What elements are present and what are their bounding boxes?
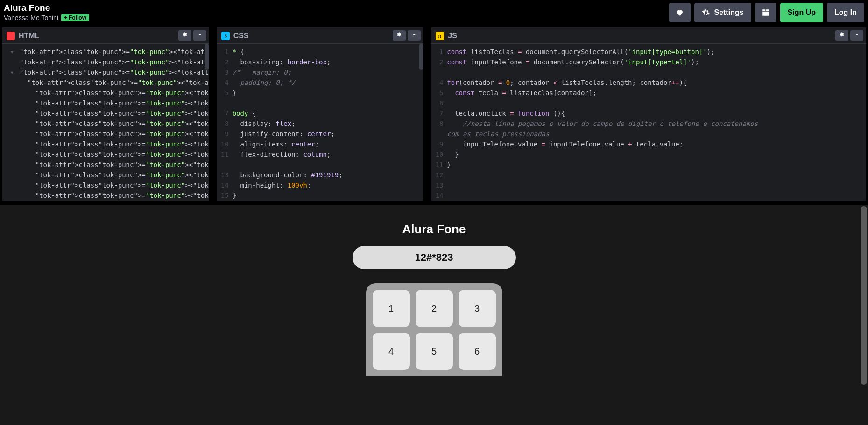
key-1[interactable]: 1 [373, 290, 410, 327]
header-left: Alura Fone Vanessa Me Tonini + Follow [4, 3, 89, 21]
chevron-down-icon [854, 32, 860, 39]
html-label: HTML [19, 32, 39, 40]
scrollbar-thumb[interactable] [419, 44, 423, 70]
scrollbar-thumb[interactable] [205, 44, 209, 70]
gutter-css: 12345 7891011 131415 [217, 47, 233, 201]
output-title: Alura Fone [402, 222, 466, 237]
author-name: Vanessa Me Tonini [4, 14, 58, 21]
gutter-html: ▾ ▾ [2, 47, 18, 201]
js-dropdown-button[interactable] [850, 30, 863, 41]
gutter-js: 12 45678 91011121314 [431, 47, 447, 201]
css-dropdown-button[interactable] [408, 30, 421, 41]
panel-css: CSS 12345 7891011 131415 * { box-sizing:… [217, 27, 424, 201]
editor-panels: HTML ▾ ▾ "tok-attr">class"tok-punc">="to… [0, 27, 868, 201]
html-settings-button[interactable] [178, 30, 191, 41]
layout-button[interactable] [755, 3, 776, 22]
html-dropdown-button[interactable] [193, 30, 206, 41]
settings-label: Settings [714, 8, 743, 17]
chevron-down-icon [411, 32, 417, 39]
top-header: Alura Fone Vanessa Me Tonini + Follow Se… [0, 0, 868, 27]
key-3[interactable]: 3 [459, 290, 496, 327]
panel-html: HTML ▾ ▾ "tok-attr">class"tok-punc">="to… [2, 27, 209, 201]
signup-button[interactable]: Sign Up [780, 3, 823, 22]
telephone-input[interactable] [353, 246, 516, 269]
gear-icon [702, 8, 710, 17]
login-label: Log In [834, 8, 857, 17]
login-button[interactable]: Log In [827, 3, 864, 22]
tab-html[interactable]: HTML [2, 27, 46, 43]
signup-label: Sign Up [788, 8, 816, 17]
css-label: CSS [233, 32, 249, 40]
panel-header-css: CSS [217, 27, 424, 44]
editor-html[interactable]: ▾ ▾ "tok-attr">class"tok-punc">="tok-pun… [2, 44, 209, 201]
svg-rect-2 [762, 12, 769, 16]
settings-button[interactable]: Settings [694, 3, 751, 22]
svg-text:( ): ( ) [438, 35, 441, 38]
panel-actions-js [835, 27, 866, 43]
keypad: 123456 [366, 283, 502, 376]
css-settings-button[interactable] [393, 30, 406, 41]
panel-js: ( ) JS 12 45678 91011121314 const listaT… [431, 27, 866, 201]
heart-icon [676, 8, 684, 17]
panel-actions-css [393, 27, 423, 43]
editor-css[interactable]: 12345 7891011 131415 * { box-sizing: bor… [217, 44, 424, 201]
output-preview: Alura Fone 123456 [0, 205, 868, 425]
editor-js[interactable]: 12 45678 91011121314 const listaTeclas =… [431, 44, 866, 201]
tab-js[interactable]: ( ) JS [431, 27, 464, 43]
heart-button[interactable] [669, 3, 691, 22]
js-settings-button[interactable] [835, 30, 848, 41]
code-css: * { box-sizing: border-box;/* margin: 0;… [233, 47, 424, 201]
chevron-down-icon [197, 32, 203, 39]
output-scrollbar-thumb[interactable] [861, 206, 867, 385]
key-2[interactable]: 2 [416, 290, 453, 327]
author-row: Vanessa Me Tonini + Follow [4, 14, 89, 21]
gear-icon [396, 32, 402, 39]
js-badge-icon: ( ) [436, 32, 444, 40]
panel-header-js: ( ) JS [431, 27, 866, 44]
tab-css[interactable]: CSS [217, 27, 255, 43]
gear-icon [839, 32, 845, 39]
svg-rect-1 [766, 9, 769, 11]
html-badge-icon [7, 32, 15, 40]
header-right: Settings Sign Up Log In [669, 3, 864, 22]
key-4[interactable]: 4 [373, 333, 410, 370]
code-js: const listaTeclas = document.querySelect… [447, 47, 866, 201]
css-badge-icon [221, 32, 230, 40]
follow-button[interactable]: + Follow [61, 14, 89, 21]
gear-icon [182, 32, 188, 39]
pen-title: Alura Fone [4, 3, 89, 13]
panel-header-html: HTML [2, 27, 209, 44]
output-scrollbar[interactable] [861, 206, 867, 424]
svg-rect-0 [762, 9, 765, 11]
grid-icon [762, 8, 770, 17]
follow-label: Follow [69, 14, 86, 21]
panel-actions-html [178, 27, 209, 43]
code-html: "tok-attr">class"tok-punc">="tok-punc"><… [18, 47, 209, 201]
key-5[interactable]: 5 [416, 333, 453, 370]
key-6[interactable]: 6 [459, 333, 496, 370]
js-label: JS [448, 32, 457, 40]
plus-icon: + [64, 14, 67, 21]
